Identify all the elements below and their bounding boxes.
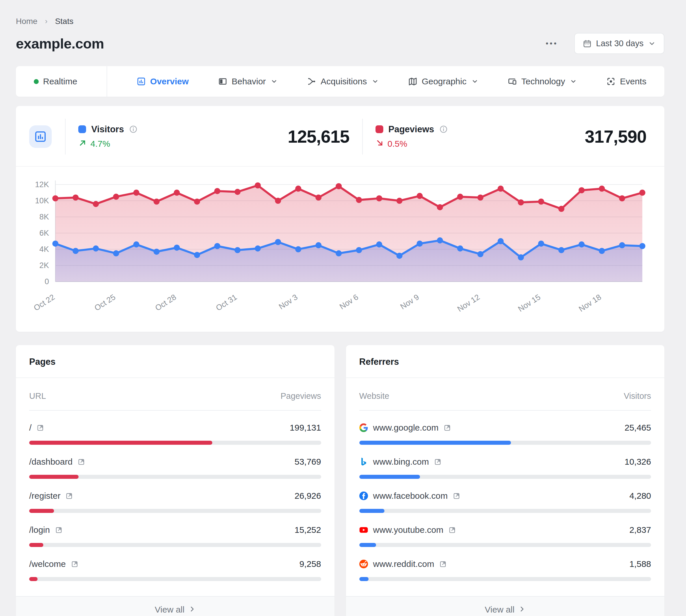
row-label: /welcome bbox=[29, 559, 66, 569]
svg-text:4K: 4K bbox=[39, 245, 49, 254]
referrer-row: www.youtube.com2,837 bbox=[359, 513, 651, 547]
row-value: 53,769 bbox=[295, 457, 321, 467]
svg-text:Oct 22: Oct 22 bbox=[32, 292, 56, 313]
row-link[interactable]: www.youtube.com bbox=[359, 525, 456, 535]
page-row: /199,131 bbox=[29, 411, 321, 445]
tab-events[interactable]: Events bbox=[606, 76, 646, 86]
row-link[interactable]: www.facebook.com bbox=[359, 491, 460, 501]
bar-chart-icon bbox=[137, 77, 146, 86]
page-title: example.com bbox=[16, 36, 104, 52]
layout-window-icon bbox=[218, 77, 227, 86]
external-link-icon bbox=[37, 424, 44, 432]
title-row: example.com ••• Last 30 days bbox=[16, 33, 664, 54]
chart-area: 02K4K6K8K10K12KOct 22Oct 25Oct 28Oct 31N… bbox=[16, 166, 664, 332]
visitors-label: Visitors bbox=[91, 124, 124, 135]
referrers-card-title: Referrers bbox=[346, 345, 665, 378]
tab-overview[interactable]: Overview bbox=[137, 76, 189, 86]
external-link-icon bbox=[448, 526, 456, 534]
breadcrumb-current: Stats bbox=[55, 17, 73, 26]
page-row: /login15,252 bbox=[29, 513, 321, 547]
referrers-rows: www.google.com25,465www.bing.com10,326ww… bbox=[359, 411, 651, 594]
row-link[interactable]: / bbox=[29, 423, 44, 433]
arrow-up-right-icon bbox=[78, 139, 87, 149]
row-link[interactable]: www.reddit.com bbox=[359, 559, 447, 569]
row-label: /login bbox=[29, 525, 50, 535]
stats-row: Visitors 4.7% 125,615 bbox=[16, 106, 664, 166]
svg-text:2K: 2K bbox=[39, 261, 49, 270]
svg-text:Nov 9: Nov 9 bbox=[399, 292, 421, 311]
external-link-icon bbox=[439, 560, 447, 568]
tab-geographic[interactable]: Geographic bbox=[408, 76, 478, 86]
youtube-favicon-icon bbox=[359, 526, 368, 534]
svg-text:Oct 31: Oct 31 bbox=[214, 292, 239, 313]
referrer-row: www.facebook.com4,280 bbox=[359, 479, 651, 513]
arrow-down-right-icon bbox=[376, 139, 384, 149]
row-link[interactable]: /welcome bbox=[29, 559, 79, 569]
row-link[interactable]: www.google.com bbox=[359, 423, 451, 433]
tab-behavior[interactable]: Behavior bbox=[218, 76, 278, 86]
detail-tables: Pages URL Pageviews /199,131/dashboard53… bbox=[16, 345, 664, 616]
row-label: www.facebook.com bbox=[373, 491, 448, 501]
chevron-right-icon bbox=[518, 605, 525, 615]
tab-acquisitions[interactable]: Acquisitions bbox=[307, 76, 379, 86]
row-value: 15,252 bbox=[295, 525, 321, 535]
share-bar bbox=[359, 543, 651, 547]
nav-tabs: Realtime Overview Behavior Acquisitions bbox=[16, 66, 664, 97]
share-bar bbox=[29, 441, 321, 445]
pages-column-headers: URL Pageviews bbox=[29, 383, 321, 411]
realtime-indicator-dot bbox=[34, 79, 39, 84]
share-bar bbox=[29, 577, 321, 581]
referrer-row: www.reddit.com1,588 bbox=[359, 547, 651, 594]
share-bar bbox=[359, 509, 651, 513]
page-row: /welcome9,258 bbox=[29, 547, 321, 594]
row-label: /dashboard bbox=[29, 457, 72, 467]
devices-icon bbox=[508, 77, 517, 86]
row-link[interactable]: /dashboard bbox=[29, 457, 85, 467]
more-menu-button[interactable]: ••• bbox=[543, 36, 561, 51]
row-value: 25,465 bbox=[624, 423, 651, 433]
chevron-down-icon bbox=[648, 40, 656, 47]
external-link-icon bbox=[71, 560, 79, 568]
title-controls: ••• Last 30 days bbox=[543, 33, 664, 54]
pageviews-swatch bbox=[376, 125, 383, 133]
overview-chart-icon bbox=[29, 125, 52, 148]
row-value: 1,588 bbox=[629, 559, 651, 569]
referrers-view-all-button[interactable]: View all bbox=[346, 596, 665, 616]
tab-realtime[interactable]: Realtime bbox=[34, 76, 77, 86]
pages-view-all-button[interactable]: View all bbox=[16, 596, 334, 616]
row-link[interactable]: /login bbox=[29, 525, 63, 535]
row-label: / bbox=[29, 423, 31, 433]
svg-text:Nov 3: Nov 3 bbox=[277, 292, 299, 311]
row-link[interactable]: www.bing.com bbox=[359, 457, 442, 467]
pages-card: Pages URL Pageviews /199,131/dashboard53… bbox=[16, 345, 334, 616]
external-link-icon bbox=[453, 492, 460, 500]
svg-text:10K: 10K bbox=[35, 196, 49, 205]
column-header-pageviews: Pageviews bbox=[281, 391, 321, 401]
bing-favicon-icon bbox=[359, 458, 368, 466]
svg-text:Oct 28: Oct 28 bbox=[153, 292, 178, 313]
row-value: 9,258 bbox=[299, 559, 321, 569]
visitors-value: 125,615 bbox=[288, 127, 350, 147]
date-range-button[interactable]: Last 30 days bbox=[574, 33, 664, 54]
visitors-change: 4.7% bbox=[78, 139, 137, 149]
svg-text:Nov 18: Nov 18 bbox=[577, 292, 603, 314]
share-bar bbox=[359, 475, 651, 479]
tab-technology[interactable]: Technology bbox=[508, 76, 577, 86]
svg-text:Nov 15: Nov 15 bbox=[516, 292, 542, 314]
row-link[interactable]: /register bbox=[29, 491, 73, 501]
chevron-down-icon bbox=[271, 78, 278, 85]
branch-split-icon bbox=[307, 77, 316, 86]
page-row: /dashboard53,769 bbox=[29, 445, 321, 479]
reddit-favicon-icon bbox=[359, 560, 368, 568]
share-bar bbox=[29, 475, 321, 479]
visitors-swatch bbox=[78, 125, 86, 133]
info-icon[interactable] bbox=[129, 125, 137, 133]
row-value: 199,131 bbox=[290, 423, 321, 433]
info-icon[interactable] bbox=[439, 125, 448, 133]
referrer-row: www.google.com25,465 bbox=[359, 411, 651, 445]
facebook-favicon-icon bbox=[359, 491, 368, 500]
chevron-right-icon bbox=[189, 605, 196, 615]
pageviews-value: 317,590 bbox=[585, 127, 647, 147]
breadcrumb-home-link[interactable]: Home bbox=[16, 17, 38, 26]
svg-text:6K: 6K bbox=[39, 228, 49, 237]
